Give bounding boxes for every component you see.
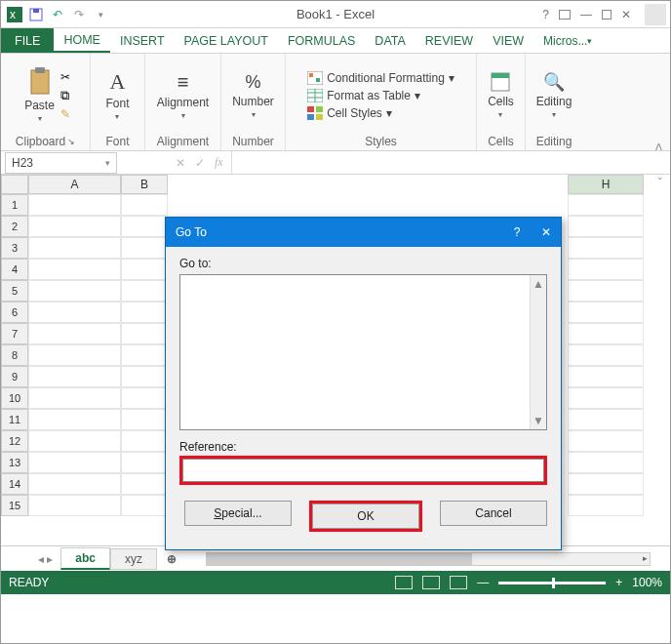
dialog-titlebar[interactable]: Go To ? ✕ <box>166 218 561 247</box>
name-box[interactable]: H23▾ <box>5 152 117 174</box>
cells-button[interactable]: Cells▾ <box>484 69 518 121</box>
cell[interactable] <box>28 430 121 452</box>
cell[interactable] <box>28 216 121 237</box>
row-header[interactable]: 9 <box>1 366 28 387</box>
new-sheet-button[interactable]: ⊕ <box>157 552 186 566</box>
tab-review[interactable]: REVIEW <box>415 28 483 53</box>
tab-page-layout[interactable]: PAGE LAYOUT <box>175 28 278 53</box>
cell[interactable] <box>568 280 644 302</box>
horizontal-scrollbar[interactable]: ◂▸ <box>206 552 651 566</box>
row-header[interactable]: 2 <box>1 216 28 237</box>
listbox-scrollbar[interactable]: ▲▼ <box>530 275 546 429</box>
cell[interactable] <box>28 323 121 344</box>
cell[interactable] <box>28 387 121 409</box>
cell[interactable] <box>121 452 168 473</box>
cell[interactable] <box>568 302 644 323</box>
col-header-b[interactable]: B <box>121 175 168 194</box>
row-header[interactable]: 8 <box>1 344 28 366</box>
zoom-slider[interactable] <box>498 582 606 584</box>
cell[interactable] <box>121 237 168 259</box>
cell[interactable] <box>121 194 168 216</box>
cancel-formula-icon[interactable]: ✕ <box>176 156 185 170</box>
cell[interactable] <box>121 259 168 280</box>
cell[interactable] <box>121 280 168 302</box>
fx-icon[interactable]: fx <box>215 155 223 170</box>
cell[interactable] <box>28 452 121 473</box>
cell[interactable] <box>568 495 644 516</box>
cell[interactable] <box>568 323 644 344</box>
row-header[interactable]: 5 <box>1 280 28 302</box>
special-button[interactable]: Special... <box>184 501 292 526</box>
row-header[interactable]: 15 <box>1 495 28 516</box>
enter-formula-icon[interactable]: ✓ <box>195 156 205 170</box>
dialog-launcher-icon[interactable]: ↘ <box>67 137 75 146</box>
cell[interactable] <box>121 495 168 516</box>
cell[interactable] <box>121 302 168 323</box>
paste-button[interactable]: Paste ▾ <box>20 65 59 125</box>
format-as-table-button[interactable]: Format as Table ▾ <box>307 88 420 103</box>
redo-icon[interactable]: ↷ <box>69 5 89 24</box>
row-header[interactable]: 13 <box>1 452 28 473</box>
row-header[interactable]: 4 <box>1 259 28 280</box>
row-header[interactable]: 14 <box>1 473 28 495</box>
select-all-corner[interactable] <box>1 175 28 194</box>
tab-home[interactable]: HOME <box>54 28 110 53</box>
row-header[interactable]: 3 <box>1 237 28 259</box>
tab-insert[interactable]: INSERT <box>110 28 175 53</box>
font-button[interactable]: AFont▾ <box>101 67 133 123</box>
sheet-tab-xyz[interactable]: xyz <box>110 548 157 570</box>
cell[interactable] <box>568 473 644 495</box>
cancel-button[interactable]: Cancel <box>440 501 547 526</box>
cell[interactable] <box>28 366 121 387</box>
cell[interactable] <box>121 473 168 495</box>
copy-icon[interactable]: ⧉ <box>60 88 70 103</box>
tab-account[interactable]: Micros... ▾ <box>533 28 602 53</box>
ribbon-options-icon[interactable] <box>559 10 571 20</box>
zoom-level[interactable]: 100% <box>632 576 662 589</box>
cell[interactable] <box>121 216 168 237</box>
row-header[interactable]: 12 <box>1 430 28 452</box>
cell[interactable] <box>28 302 121 323</box>
cell[interactable] <box>568 387 644 409</box>
qat-customize-icon[interactable]: ▾ <box>91 5 110 24</box>
row-header[interactable]: 10 <box>1 387 28 409</box>
tab-data[interactable]: DATA <box>365 28 414 53</box>
cell[interactable] <box>568 216 644 237</box>
close-icon[interactable]: ✕ <box>621 8 631 21</box>
cell[interactable] <box>121 387 168 409</box>
cell[interactable] <box>28 280 121 302</box>
tab-file[interactable]: FILE <box>1 28 54 53</box>
number-button[interactable]: %Number▾ <box>228 70 278 121</box>
cell[interactable] <box>568 430 644 452</box>
cell[interactable] <box>121 323 168 344</box>
dialog-help-icon[interactable]: ? <box>512 225 522 239</box>
cell[interactable] <box>568 344 644 366</box>
editing-button[interactable]: 🔍Editing▾ <box>533 69 576 121</box>
dialog-close-icon[interactable]: ✕ <box>541 225 551 239</box>
cell[interactable] <box>121 409 168 430</box>
sheet-nav[interactable]: ◂ ▸ <box>30 552 60 566</box>
formula-input[interactable] <box>231 151 670 174</box>
tab-view[interactable]: VIEW <box>483 28 533 53</box>
cell[interactable] <box>28 259 121 280</box>
conditional-formatting-button[interactable]: Conditional Formatting ▾ <box>307 70 454 86</box>
collapse-ribbon-icon[interactable]: ᐱ <box>655 141 662 152</box>
cell[interactable] <box>28 344 121 366</box>
row-header[interactable]: 6 <box>1 302 28 323</box>
sheet-tab-abc[interactable]: abc <box>60 547 110 570</box>
save-icon[interactable] <box>26 5 46 24</box>
help-icon[interactable]: ? <box>542 8 549 21</box>
cell[interactable] <box>568 366 644 387</box>
cut-icon[interactable]: ✂ <box>60 70 70 84</box>
col-header-a[interactable]: A <box>28 175 121 194</box>
ok-button[interactable]: OK <box>312 503 419 529</box>
cell[interactable] <box>121 344 168 366</box>
cell[interactable] <box>121 430 168 452</box>
minimize-icon[interactable]: — <box>580 8 592 21</box>
row-header[interactable]: 7 <box>1 323 28 344</box>
page-break-view-icon[interactable] <box>450 576 467 589</box>
zoom-out-icon[interactable]: — <box>477 576 489 589</box>
cell[interactable] <box>568 259 644 280</box>
cell[interactable] <box>568 194 644 216</box>
col-header-h[interactable]: H <box>568 175 644 194</box>
